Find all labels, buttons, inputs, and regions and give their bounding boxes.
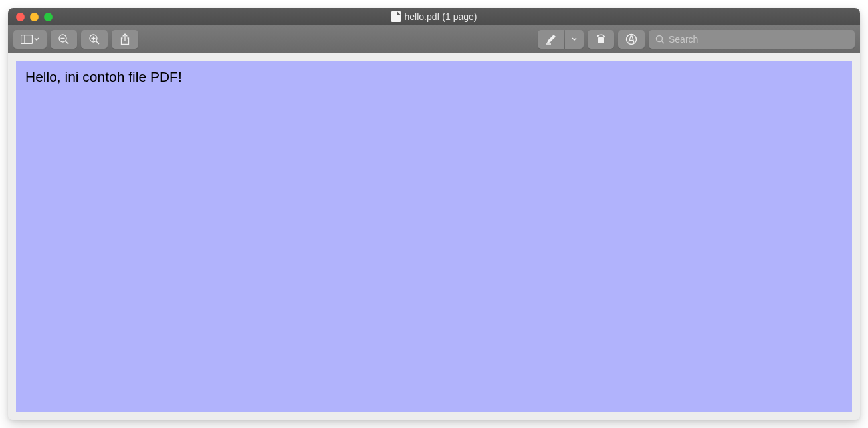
window-controls (8, 13, 53, 21)
sidebar-icon (21, 35, 33, 44)
zoom-in-icon (88, 33, 100, 45)
minimize-button[interactable] (30, 13, 39, 21)
close-button[interactable] (16, 13, 25, 21)
svg-line-13 (662, 41, 665, 43)
app-window: hello.pdf (1 page) (8, 8, 860, 420)
pdf-page: Hello, ini contoh file PDF! (16, 61, 852, 412)
highlight-icon (546, 34, 556, 45)
markup-icon (625, 33, 637, 45)
highlight-button[interactable] (538, 30, 564, 49)
svg-line-3 (66, 41, 69, 44)
window-title: hello.pdf (1 page) (405, 11, 477, 22)
search-icon (655, 35, 665, 44)
zoom-in-button[interactable] (81, 30, 108, 49)
search-input[interactable] (669, 34, 848, 45)
rotate-icon (595, 34, 607, 45)
svg-rect-10 (598, 37, 604, 43)
zoom-controls (51, 30, 108, 49)
content-area[interactable]: Hello, ini contoh file PDF! (8, 53, 860, 420)
titlebar[interactable]: hello.pdf (1 page) (8, 8, 860, 25)
svg-rect-0 (21, 35, 33, 43)
pdf-text-content: Hello, ini contoh file PDF! (25, 69, 843, 85)
sidebar-toggle-button[interactable] (13, 30, 47, 49)
svg-line-6 (96, 41, 100, 44)
rotate-button[interactable] (588, 30, 614, 49)
search-box[interactable] (649, 30, 855, 49)
highlight-dropdown-button[interactable] (565, 30, 584, 49)
chevron-down-icon (34, 37, 39, 41)
toolbar (8, 25, 860, 53)
zoom-out-icon (58, 33, 70, 45)
highlight-controls (538, 30, 584, 49)
window-title-area: hello.pdf (1 page) (391, 11, 477, 22)
share-icon (120, 33, 130, 45)
svg-point-12 (657, 35, 663, 41)
document-icon (391, 11, 401, 22)
chevron-down-icon (572, 37, 577, 41)
markup-button[interactable] (618, 30, 645, 49)
zoom-out-button[interactable] (51, 30, 77, 49)
share-button[interactable] (112, 30, 138, 49)
maximize-button[interactable] (44, 13, 53, 21)
